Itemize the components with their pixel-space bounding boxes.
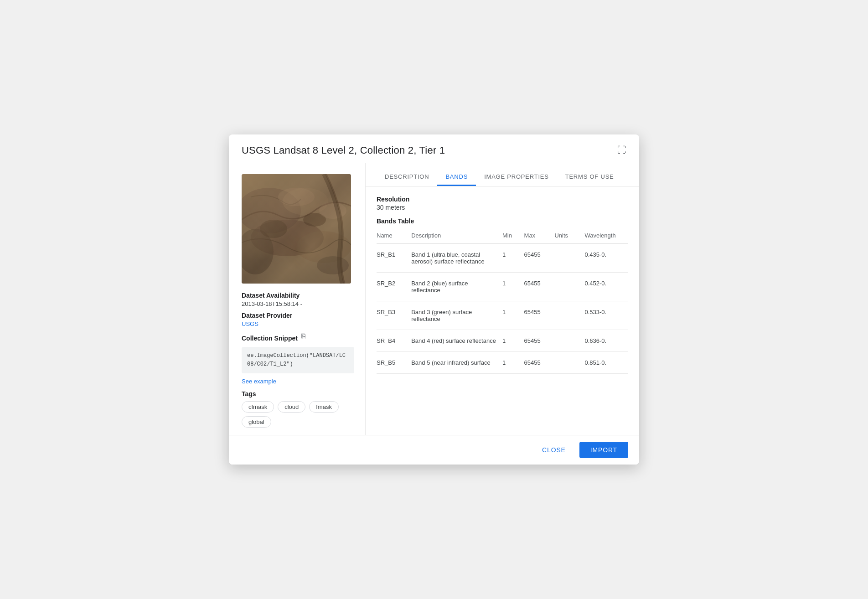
cell-max: 65455: [524, 243, 555, 272]
copy-icon[interactable]: ⎘: [301, 332, 306, 341]
col-header-max: Max: [524, 227, 555, 244]
left-panel: Dataset Availability 2013-03-18T15:58:14…: [229, 163, 366, 435]
cell-max: 65455: [524, 330, 555, 351]
cell-description: Band 4 (red) surface reflectance: [411, 330, 502, 351]
cell-min: 1: [502, 330, 524, 351]
tab-content: Resolution 30 meters Bands Table Name De…: [366, 186, 639, 435]
dataset-provider-link[interactable]: USGS: [242, 320, 354, 327]
svg-point-3: [251, 220, 324, 256]
right-panel: DESCRIPTION BANDS IMAGE PROPERTIES TERMS…: [366, 163, 639, 435]
main-dialog: USGS Landsat 8 Level 2, Collection 2, Ti…: [229, 134, 639, 465]
collection-snippet-row: Collection Snippet ⎘: [242, 330, 354, 343]
bands-table-label: Bands Table: [377, 217, 628, 225]
resolution-value: 30 meters: [377, 204, 628, 211]
cell-max: 65455: [524, 301, 555, 330]
snippet-code: ee.ImageCollection("LANDSAT/LC08/C02/T1_…: [242, 347, 354, 373]
dataset-availability-value: 2013-03-18T15:58:14 -: [242, 300, 354, 307]
bands-table: Name Description Min Max Units Wavelengt…: [377, 227, 628, 374]
dialog-body: Dataset Availability 2013-03-18T15:58:14…: [229, 163, 639, 435]
dialog-footer: CLOSE IMPORT: [229, 435, 639, 465]
table-row: SR_B4Band 4 (red) surface reflectance165…: [377, 330, 628, 351]
dataset-provider-label: Dataset Provider: [242, 312, 354, 319]
tab-description[interactable]: DESCRIPTION: [377, 168, 437, 186]
tags-row: cfmaskcloudfmaskglobal: [242, 401, 354, 428]
cell-wavelength: 0.452-0.: [584, 272, 628, 301]
col-header-name: Name: [377, 227, 411, 244]
cell-name: SR_B5: [377, 351, 411, 373]
cell-description: Band 3 (green) surface reflectance: [411, 301, 502, 330]
terrain-svg: [242, 174, 351, 284]
cell-description: Band 5 (near infrared) surface: [411, 351, 502, 373]
table-row: SR_B5Band 5 (near infrared) surface16545…: [377, 351, 628, 373]
cell-wavelength: 0.533-0.: [584, 301, 628, 330]
dataset-image: [242, 174, 351, 284]
svg-rect-0: [242, 174, 351, 284]
bands-table-header: Name Description Min Max Units Wavelengt…: [377, 227, 628, 244]
resolution-label: Resolution: [377, 196, 628, 203]
tabs-bar: DESCRIPTION BANDS IMAGE PROPERTIES TERMS…: [366, 163, 639, 186]
cell-max: 65455: [524, 272, 555, 301]
import-button[interactable]: IMPORT: [579, 442, 628, 458]
cell-min: 1: [502, 243, 524, 272]
svg-point-8: [317, 256, 349, 274]
svg-point-9: [278, 188, 315, 206]
cell-wavelength: 0.435-0.: [584, 243, 628, 272]
tab-terms-of-use[interactable]: TERMS OF USE: [557, 168, 622, 186]
tags-label: Tags: [242, 390, 354, 398]
col-header-min: Min: [502, 227, 524, 244]
cell-description: Band 1 (ultra blue, coastal aerosol) sur…: [411, 243, 502, 272]
svg-point-5: [242, 229, 274, 274]
cell-name: SR_B4: [377, 330, 411, 351]
bands-table-body: SR_B1Band 1 (ultra blue, coastal aerosol…: [377, 243, 628, 373]
cell-name: SR_B2: [377, 272, 411, 301]
cell-units: [554, 330, 584, 351]
tag-chip[interactable]: fmask: [309, 401, 339, 413]
table-row: SR_B3Band 3 (green) surface reflectance1…: [377, 301, 628, 330]
dialog-title: USGS Landsat 8 Level 2, Collection 2, Ti…: [242, 145, 445, 156]
collection-snippet-label: Collection Snippet: [242, 335, 298, 342]
cell-units: [554, 243, 584, 272]
close-button[interactable]: CLOSE: [534, 442, 574, 458]
cell-min: 1: [502, 272, 524, 301]
cell-min: 1: [502, 351, 524, 373]
tab-image-properties[interactable]: IMAGE PROPERTIES: [476, 168, 557, 186]
cell-name: SR_B3: [377, 301, 411, 330]
cell-max: 65455: [524, 351, 555, 373]
cell-min: 1: [502, 301, 524, 330]
svg-point-2: [283, 188, 328, 215]
cell-units: [554, 351, 584, 373]
table-row: SR_B1Band 1 (ultra blue, coastal aerosol…: [377, 243, 628, 272]
dialog-header: USGS Landsat 8 Level 2, Collection 2, Ti…: [229, 134, 639, 163]
cell-wavelength: 0.851-0.: [584, 351, 628, 373]
tab-bands[interactable]: BANDS: [437, 168, 476, 186]
cell-description: Band 2 (blue) surface reflectance: [411, 272, 502, 301]
dataset-availability-label: Dataset Availability: [242, 292, 354, 299]
svg-point-10: [319, 202, 346, 219]
tag-chip[interactable]: cloud: [278, 401, 305, 413]
cell-units: [554, 272, 584, 301]
svg-point-1: [242, 188, 301, 233]
svg-point-4: [296, 231, 351, 263]
cell-name: SR_B1: [377, 243, 411, 272]
cell-wavelength: 0.636-0.: [584, 330, 628, 351]
table-row: SR_B2Band 2 (blue) surface reflectance16…: [377, 272, 628, 301]
see-example-link[interactable]: See example: [242, 378, 354, 385]
external-link-icon[interactable]: ⛶: [617, 145, 626, 155]
col-header-description: Description: [411, 227, 502, 244]
tag-chip[interactable]: global: [242, 416, 271, 428]
col-header-wavelength: Wavelength: [584, 227, 628, 244]
col-header-units: Units: [554, 227, 584, 244]
cell-units: [554, 301, 584, 330]
tag-chip[interactable]: cfmask: [242, 401, 274, 413]
svg-point-7: [303, 213, 326, 227]
svg-point-6: [260, 220, 287, 238]
